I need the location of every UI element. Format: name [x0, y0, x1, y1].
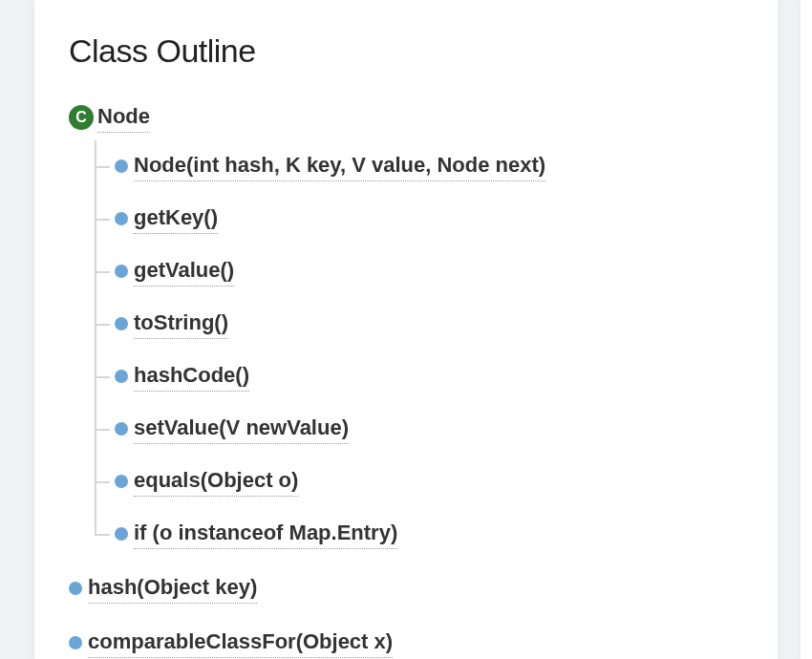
- class-members-group: Node(int hash, K key, V value, Node next…: [92, 140, 743, 561]
- member-link[interactable]: toString(): [134, 308, 228, 339]
- adjacent-panel-edge: [801, 0, 812, 659]
- method-dot-icon: [115, 422, 128, 436]
- tree-branch-icon: [92, 351, 115, 403]
- outline-tree: C Node Node(int hash, K key, V value, No…: [69, 102, 743, 659]
- outline-panel: Class Outline C Node Node(int hash, K ke…: [34, 0, 778, 659]
- class-node-row[interactable]: C Node: [69, 102, 743, 133]
- tree-branch-icon: [92, 140, 115, 193]
- member-row[interactable]: getKey(): [92, 193, 743, 245]
- method-dot-icon: [115, 265, 128, 278]
- method-dot-icon: [69, 582, 82, 595]
- member-link[interactable]: equals(Object o): [134, 466, 298, 497]
- method-dot-icon: [115, 317, 128, 330]
- tree-branch-icon: [92, 193, 115, 245]
- method-dot-icon: [115, 370, 128, 383]
- member-row[interactable]: toString(): [92, 298, 743, 351]
- method-dot-icon: [115, 527, 128, 541]
- toplevel-method-row[interactable]: comparableClassFor(Object x): [69, 617, 743, 659]
- tree-branch-icon: [92, 403, 115, 456]
- method-dot-icon: [115, 475, 128, 488]
- toplevel-method-row[interactable]: hash(Object key): [69, 563, 743, 615]
- member-row[interactable]: setValue(V newValue): [92, 403, 743, 456]
- tree-branch-icon: [92, 508, 115, 561]
- member-row[interactable]: Node(int hash, K key, V value, Node next…: [92, 140, 743, 193]
- member-link[interactable]: hashCode(): [134, 361, 249, 392]
- member-row[interactable]: if (o instanceof Map.Entry): [92, 508, 743, 561]
- member-link[interactable]: setValue(V newValue): [134, 414, 349, 444]
- member-row[interactable]: getValue(): [92, 245, 743, 298]
- tree-branch-icon: [92, 245, 115, 298]
- member-link[interactable]: getValue(): [134, 256, 234, 287]
- method-dot-icon: [69, 636, 82, 649]
- member-link[interactable]: if (o instanceof Map.Entry): [134, 519, 397, 549]
- member-row[interactable]: hashCode(): [92, 351, 743, 403]
- method-dot-icon: [115, 159, 128, 173]
- member-link[interactable]: Node(int hash, K key, V value, Node next…: [134, 151, 545, 181]
- method-link[interactable]: hash(Object key): [88, 573, 257, 604]
- method-link[interactable]: comparableClassFor(Object x): [88, 627, 393, 658]
- class-name-link[interactable]: Node: [97, 102, 150, 133]
- member-link[interactable]: getKey(): [134, 203, 218, 234]
- method-dot-icon: [115, 212, 128, 225]
- tree-branch-icon: [92, 298, 115, 351]
- panel-title: Class Outline: [69, 32, 743, 70]
- member-row[interactable]: equals(Object o): [92, 456, 743, 508]
- class-icon: C: [69, 105, 94, 130]
- tree-branch-icon: [92, 456, 115, 508]
